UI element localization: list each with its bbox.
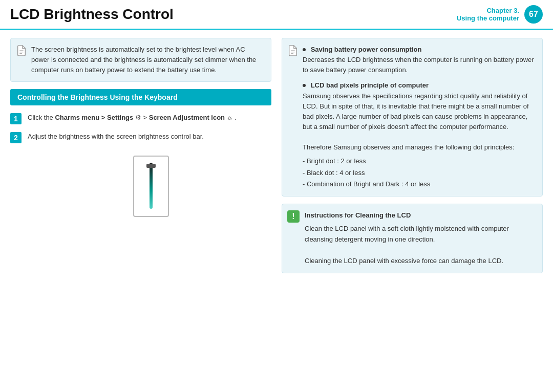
step-1-content: Click the Charms menu > Settings ⚙ > Scr… (28, 113, 237, 123)
sub-list-item-1: - Bright dot : 2 or less (303, 156, 535, 167)
page-header: LCD Brightness Control Chapter 3. Using … (0, 0, 553, 30)
left-note-box: The screen brightness is automatically s… (10, 38, 271, 82)
warning-text2: Cleaning the LCD panel with excessive fo… (305, 256, 535, 267)
left-column: The screen brightness is automatically s… (10, 38, 271, 382)
slider-track (150, 163, 153, 209)
step1-prefix: Click the (28, 114, 55, 121)
step-2-number: 2 (10, 132, 22, 143)
bullet-item-2: LCD bad pixels principle of computer Sam… (303, 80, 535, 189)
step1-sun-icon: ☼ (225, 114, 233, 121)
slider-illustration (31, 156, 271, 217)
chapter-label: Chapter 3. Using the computer (457, 7, 519, 22)
header-right: Chapter 3. Using the computer 67 (457, 5, 543, 24)
sub-list-item-3: - Combination of Bright and Dark : 4 or … (303, 179, 535, 190)
warning-icon: ! (287, 210, 300, 223)
bullet2-text: Samsung observes the specifications rega… (303, 92, 529, 130)
sub-list-item-2: - Black dot : 4 or less (303, 167, 535, 179)
slider-thumb (146, 164, 156, 168)
page-title: LCD Brightness Control (10, 6, 174, 23)
bullet-item-1: Saving battery power consumption Decreas… (303, 45, 535, 75)
brightness-slider-image (133, 156, 169, 217)
bullet1-title: Saving battery power consumption (311, 46, 422, 53)
warning-title: Instructions for Cleaning the LCD (305, 210, 535, 221)
right-note-icon (287, 45, 299, 56)
bullet2-sub: Therefore Samsung observes and manages t… (303, 143, 514, 151)
bullet2-title: LCD bad pixels principle of computer (311, 81, 429, 89)
step1-suffix: . (233, 114, 237, 121)
step1-bold2: Screen Adjustment icon (149, 114, 225, 121)
warning-box: ! Instructions for Cleaning the LCD Clea… (282, 204, 543, 273)
bullet-dot-1 (303, 48, 306, 51)
sub-list: - Bright dot : 2 or less - Black dot : 4… (303, 156, 535, 189)
page-number-badge: 67 (524, 5, 543, 24)
step1-bold1: Charms menu > Settings (55, 114, 133, 121)
bullet-dot-2 (303, 84, 306, 87)
step-1: 1 Click the Charms menu > Settings ⚙ > S… (10, 113, 271, 124)
bullet1-text: Decreases the LCD brightness when the co… (303, 56, 534, 74)
main-content: The screen brightness is automatically s… (0, 30, 553, 390)
right-note-box: Saving battery power consumption Decreas… (282, 38, 543, 197)
step1-mid: > (141, 114, 149, 121)
step-2-content: Adjust the brightness with the screen br… (28, 132, 204, 142)
warning-text1: Clean the LCD panel with a soft cloth li… (305, 224, 535, 245)
step1-gear-icon: ⚙ (133, 114, 141, 121)
note-icon (16, 45, 27, 56)
right-column: Saving battery power consumption Decreas… (282, 38, 543, 382)
step-2: 2 Adjust the brightness with the screen … (10, 132, 271, 143)
step2-text: Adjust the brightness with the screen br… (28, 133, 204, 140)
step-1-number: 1 (10, 113, 22, 124)
left-note-text: The screen brightness is automatically s… (31, 46, 256, 74)
section-header-bar: Controlling the Brightness Using the Key… (10, 89, 271, 105)
